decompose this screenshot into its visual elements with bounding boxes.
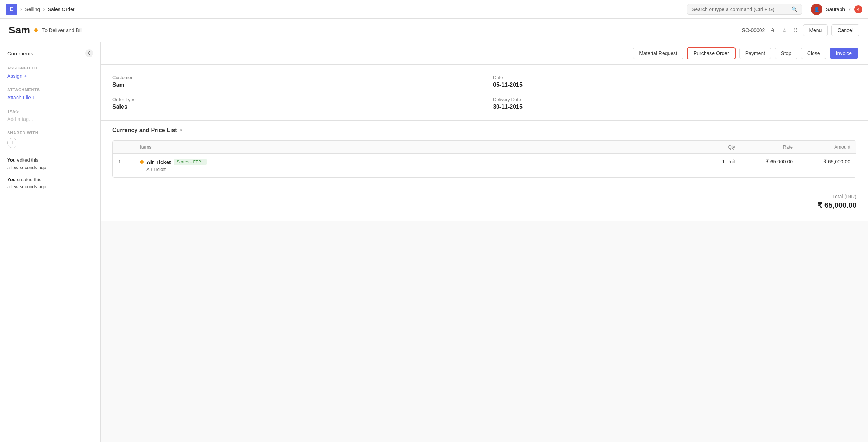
material-request-button[interactable]: Material Request [633,48,683,59]
invoice-button[interactable]: Invoice [830,48,858,59]
nav-sep-1: › [20,6,22,13]
notification-badge[interactable]: 4 [854,5,862,13]
grid-icon[interactable]: ⠿ [792,26,799,35]
comments-badge: 0 [85,49,93,57]
payment-button[interactable]: Payment [739,48,771,59]
user-name[interactable]: Saurabh [826,6,845,12]
order-type-value: Sales [112,104,476,110]
shared-with-title: SHARED WITH [7,131,93,135]
user-area: 👤 Saurabh ▾ 4 [811,4,862,15]
item-name-row: Air Ticket Stores - FTPL [140,159,692,165]
page-title-area: Sam To Deliver and Bill [9,24,82,36]
item-qty: 1 Unit [692,159,735,164]
page-title: Sam [9,24,30,36]
activity-item-1: You edited thisa few seconds ago [7,157,93,172]
col-rate-header: Rate [735,144,793,150]
currency-heading[interactable]: Currency and Price List ▾ [112,127,856,134]
content-area: Material Request Purchase Order Payment … [101,42,868,442]
items-table: Items Qty Rate Amount 1 Air Ticket Store… [112,140,856,178]
close-button[interactable]: Close [801,48,826,59]
stop-button[interactable]: Stop [775,48,797,59]
attachments-title: ATTACHMENTS [7,87,93,92]
customer-field: Customer Sam [112,75,476,88]
header-actions: SO-00002 🖨 ☆ ⠿ Menu Cancel [742,24,859,36]
add-tag-input[interactable]: Add a tag... [7,116,33,122]
col-qty-header: Qty [692,144,735,150]
sidebar-attachments-section: ATTACHMENTS Attach File + [7,87,93,100]
customer-label: Customer [112,75,476,80]
sidebar-tags-section: TAGS Add a tag... [7,109,93,122]
item-amount: ₹ 65,000.00 [793,159,850,164]
main-layout: Comments 0 ASSIGNED TO Assign + ATTACHME… [0,42,868,442]
print-icon[interactable]: 🖨 [768,26,777,35]
add-shared-button[interactable]: + [7,138,17,148]
date-field: Date 05-11-2015 [493,75,856,88]
status-dot [34,28,38,32]
top-nav: E › Selling › Sales Order 🔍 👤 Saurabh ▾ … [0,0,868,19]
col-num-header [118,144,140,150]
delivery-date-field: Delivery Date 30-11-2015 [493,97,856,110]
item-number: 1 [118,159,140,164]
table-row: 1 Air Ticket Stores - FTPL Air Ticket 1 … [113,154,856,177]
sidebar-assigned-section: ASSIGNED TO Assign + [7,66,93,79]
page-header: Sam To Deliver and Bill SO-00002 🖨 ☆ ⠿ M… [0,19,868,42]
tags-title: TAGS [7,109,93,113]
delivery-date-value: 30-11-2015 [493,104,856,110]
search-bar[interactable]: 🔍 [687,4,802,15]
order-type-field: Order Type Sales [112,97,476,110]
cancel-button[interactable]: Cancel [831,24,859,36]
avatar: 👤 [811,4,822,15]
col-amount-header: Amount [793,144,850,150]
customer-value: Sam [112,82,476,88]
sidebar-comments-section: Comments 0 [7,49,93,57]
search-icon: 🔍 [791,6,797,12]
currency-chevron-icon: ▾ [180,128,182,133]
doc-id: SO-00002 [742,27,765,33]
col-items-header: Items [140,144,692,150]
currency-section: Currency and Price List ▾ [101,121,868,140]
attach-file-button[interactable]: Attach File + [7,95,35,100]
comments-label: Comments [7,50,33,57]
total-label: Total (INR) [832,194,856,199]
purchase-order-button[interactable]: Purchase Order [687,47,736,59]
user-chevron-icon: ▾ [849,7,851,12]
nav-sales-order: Sales Order [48,6,75,12]
status-label: To Deliver and Bill [42,27,82,33]
menu-button[interactable]: Menu [803,24,828,36]
total-value: ₹ 65,000.00 [818,201,856,209]
item-status-dot [140,160,144,164]
table-header: Items Qty Rate Amount [113,141,856,154]
nav-sep-2: › [43,6,45,13]
item-name: Air Ticket [146,159,171,165]
nav-selling[interactable]: Selling [25,6,40,12]
sidebar-shared-section: SHARED WITH + [7,131,93,148]
search-input[interactable] [692,6,788,12]
delivery-date-label: Delivery Date [493,97,856,102]
items-section: Items Qty Rate Amount 1 Air Ticket Store… [101,140,868,186]
app-icon: E [6,4,17,15]
star-icon[interactable]: ☆ [781,26,788,35]
form-section: Customer Sam Date 05-11-2015 Order Type … [101,65,868,121]
action-bar: Material Request Purchase Order Payment … [101,42,868,65]
item-rate: ₹ 65,000.00 [735,159,793,164]
assigned-to-title: ASSIGNED TO [7,66,93,70]
sidebar: Comments 0 ASSIGNED TO Assign + ATTACHME… [0,42,101,442]
item-name-area: Air Ticket Stores - FTPL Air Ticket [140,159,692,172]
form-grid: Customer Sam Date 05-11-2015 Order Type … [112,75,856,110]
activity-item-2: You created thisa few seconds ago [7,176,93,191]
order-type-label: Order Type [112,97,476,102]
assign-button[interactable]: Assign + [7,73,27,79]
item-tag: Stores - FTPL [174,159,207,165]
item-description: Air Ticket [146,167,692,172]
currency-heading-label: Currency and Price List [112,127,177,134]
date-label: Date [493,75,856,80]
total-section: Total (INR) ₹ 65,000.00 [101,186,868,221]
date-value: 05-11-2015 [493,82,856,88]
